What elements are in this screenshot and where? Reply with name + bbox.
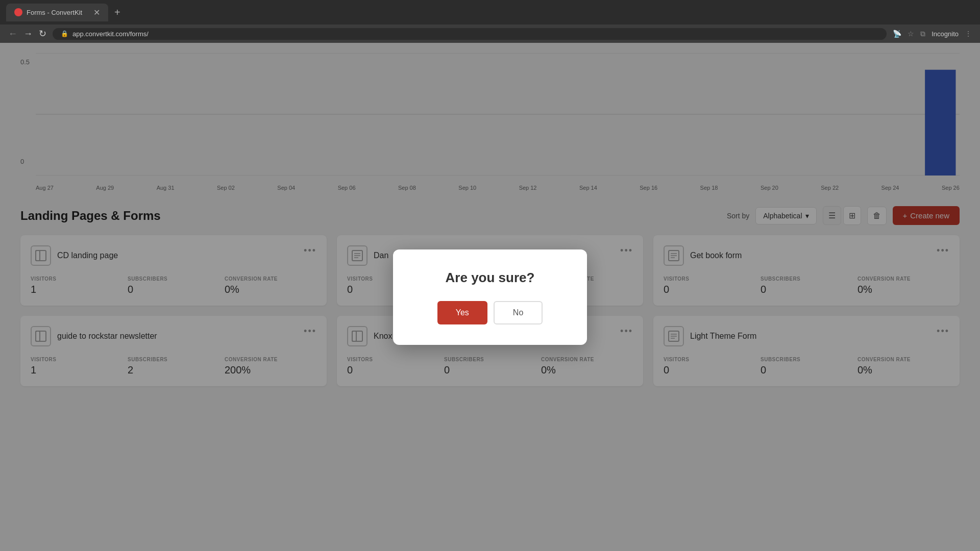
browser-tab[interactable]: Forms - ConvertKit ✕ [6,4,108,21]
url-text: app.convertkit.com/forms/ [72,30,149,38]
browser-nav: ← → ↻ 🔒 app.convertkit.com/forms/ 📡 ☆ ⧉ … [0,24,980,43]
tab-title: Forms - ConvertKit [27,9,82,16]
modal-buttons: Yes No [419,301,561,324]
modal-title: Are you sure? [419,270,561,286]
new-tab-button[interactable]: + [114,7,120,18]
no-button[interactable]: No [494,301,543,324]
nav-extras: 📡 ☆ ⧉ Incognito ⋮ [893,30,972,38]
lock-icon: 🔒 [61,30,68,37]
incognito-label: Incognito [932,30,959,38]
refresh-button[interactable]: ↻ [39,29,46,38]
yes-button[interactable]: Yes [437,301,487,324]
browser-chrome: Forms - ConvertKit ✕ + [0,0,980,24]
menu-icon: ⋮ [965,30,972,38]
cast-icon: 📡 [893,30,901,38]
extensions-icon: ⧉ [920,30,925,38]
bookmark-icon: ☆ [908,30,914,38]
confirmation-modal: Are you sure? Yes No [393,249,587,345]
address-bar[interactable]: 🔒 app.convertkit.com/forms/ [53,28,887,40]
modal-overlay: Are you sure? Yes No [0,43,980,551]
back-button[interactable]: ← [8,29,17,38]
page-content: 0.5 0 Aug 27 Aug 29 Aug 31 Sep 02 Sep 04… [0,43,980,551]
tab-favicon [14,8,22,16]
forward-button[interactable]: → [23,29,33,38]
tab-close-button[interactable]: ✕ [93,8,100,17]
